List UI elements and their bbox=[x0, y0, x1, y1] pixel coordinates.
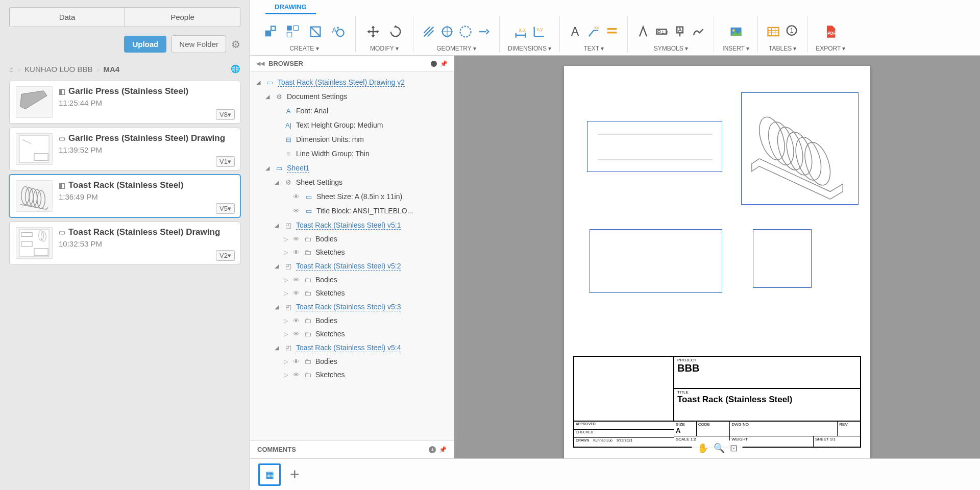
expand-icon[interactable]: ◢ bbox=[275, 263, 281, 270]
text-icon[interactable]: A bbox=[568, 22, 582, 41]
weld-icon[interactable] bbox=[691, 22, 705, 41]
expand-icon[interactable]: ◢ bbox=[275, 304, 281, 310]
drawing-view-4[interactable] bbox=[753, 229, 812, 288]
tree-sketches[interactable]: ▷ 👁🗀 Sketches bbox=[254, 327, 450, 340]
rotate-icon[interactable] bbox=[386, 22, 405, 41]
pin-icon[interactable]: 📌 bbox=[439, 446, 447, 453]
expand-icon[interactable]: ◢ bbox=[275, 345, 281, 351]
tab-data[interactable]: Data bbox=[9, 7, 125, 27]
expand-icon[interactable]: ◢ bbox=[256, 79, 262, 86]
globe-icon[interactable]: 🌐 bbox=[231, 64, 240, 74]
zoom-icon[interactable]: 🔍 bbox=[714, 443, 725, 454]
tree-bodies[interactable]: ▷ 👁🗀 Bodies bbox=[254, 314, 450, 327]
centermark-icon[interactable] bbox=[440, 22, 454, 41]
image-icon[interactable] bbox=[727, 22, 745, 41]
tab-people[interactable]: People bbox=[125, 7, 240, 27]
file-card[interactable]: ▭Toast Rack (Stainless Steel) Drawing 10… bbox=[9, 222, 240, 264]
drawing-view-iso[interactable] bbox=[741, 92, 859, 205]
comments-panel[interactable]: COMMENTS + 📌 bbox=[250, 440, 454, 458]
tree-bodies[interactable]: ▷ 👁🗀 Bodies bbox=[254, 273, 450, 286]
tree-sheetsize[interactable]: 👁▭ Sheet Size: A (8.5in x 11in) bbox=[254, 189, 450, 204]
drawing-view-3[interactable] bbox=[590, 229, 722, 293]
base-view-icon[interactable] bbox=[261, 22, 280, 41]
crumb-folder[interactable]: MA4 bbox=[103, 65, 119, 74]
sheet-thumbnail[interactable]: ▦ bbox=[258, 463, 281, 486]
expand-icon[interactable]: ◢ bbox=[265, 165, 272, 172]
section-view-icon[interactable] bbox=[306, 22, 325, 41]
drawing-view-1[interactable] bbox=[587, 121, 722, 172]
eye-icon[interactable]: 👁 bbox=[293, 317, 301, 325]
centerline-icon[interactable] bbox=[458, 22, 473, 41]
tree-sheet[interactable]: ◢ ▭ Sheet1 bbox=[254, 161, 450, 175]
pin-icon[interactable]: 📌 bbox=[440, 60, 448, 67]
tree-sketches[interactable]: ▷ 👁🗀 Sketches bbox=[254, 286, 450, 300]
version-badge[interactable]: V8▾ bbox=[216, 109, 235, 120]
expand-icon[interactable]: ◢ bbox=[275, 222, 281, 229]
detail-view-icon[interactable]: A bbox=[329, 22, 347, 41]
eye-icon[interactable]: 👁 bbox=[293, 193, 301, 201]
eye-icon[interactable]: 👁 bbox=[293, 358, 301, 365]
ribbon-tab-drawing[interactable]: DRAWING bbox=[265, 0, 316, 14]
tree-component[interactable]: ◢ ◰ Toast Rack (Stainless Steel) v5:1 bbox=[254, 218, 450, 232]
version-badge[interactable]: V1▾ bbox=[216, 156, 235, 167]
file-card[interactable]: ▭Garlic Press (Stainless Steel) Drawing … bbox=[9, 128, 240, 170]
projected-view-icon[interactable] bbox=[284, 22, 302, 41]
edge-extend-icon[interactable] bbox=[477, 22, 491, 41]
expand-icon[interactable]: ◢ bbox=[265, 93, 272, 100]
tree-sketches[interactable]: ▷ 👁🗀 Sketches bbox=[254, 246, 450, 259]
expand-icon[interactable]: ▷ bbox=[284, 236, 290, 242]
move-icon[interactable] bbox=[364, 22, 382, 41]
title-block[interactable]: PROJECT BBB TITLE Toast Rack (Stainless … bbox=[573, 356, 861, 448]
expand-icon[interactable]: ▷ bbox=[284, 358, 290, 365]
home-icon[interactable]: ⌂ bbox=[9, 65, 14, 74]
pdf-icon[interactable]: PDF bbox=[821, 22, 840, 41]
collapse-icon[interactable]: ◀◀ bbox=[256, 60, 264, 67]
eye-icon[interactable]: 👁 bbox=[293, 371, 301, 379]
gear-icon[interactable]: ⚙ bbox=[231, 38, 240, 51]
note-icon[interactable] bbox=[605, 22, 619, 41]
eye-icon[interactable]: 👁 bbox=[293, 235, 301, 243]
table-icon[interactable] bbox=[766, 22, 780, 41]
balloon-icon[interactable]: 1 bbox=[785, 22, 799, 41]
dimension-icon[interactable]: x.x bbox=[513, 22, 528, 41]
file-card[interactable]: ◧Toast Rack (Stainless Steel) 1:36:49 PM… bbox=[9, 175, 240, 217]
expand-icon[interactable]: ▷ bbox=[284, 317, 290, 324]
crumb-project[interactable]: KUNHAO LUO BBB bbox=[24, 65, 92, 74]
file-card[interactable]: ◧Garlic Press (Stainless Steel) 11:25:44… bbox=[9, 81, 240, 124]
expand-icon[interactable]: ◢ bbox=[275, 179, 281, 186]
eye-icon[interactable]: 👁 bbox=[293, 207, 301, 215]
upload-button[interactable]: Upload bbox=[124, 36, 166, 53]
tree-component[interactable]: ◢ ◰ Toast Rack (Stainless Steel) v5:4 bbox=[254, 340, 450, 355]
tree-linewidth[interactable]: ≡ Line Width Group: Thin bbox=[254, 146, 450, 161]
expand-icon[interactable]: ▷ bbox=[284, 277, 290, 283]
tree-textheight[interactable]: A| Text Height Group: Medium bbox=[254, 118, 450, 132]
eye-icon[interactable]: 👁 bbox=[293, 330, 301, 338]
add-sheet-button[interactable]: + bbox=[290, 465, 300, 484]
tree-font[interactable]: A Font: Arial bbox=[254, 104, 450, 118]
expand-icon[interactable]: ▷ bbox=[284, 331, 290, 337]
version-badge[interactable]: V2▾ bbox=[216, 250, 235, 261]
eye-icon[interactable]: 👁 bbox=[293, 249, 301, 256]
tree-bodies[interactable]: ▷ 👁🗀 Bodies bbox=[254, 355, 450, 368]
add-comment-icon[interactable]: + bbox=[429, 446, 436, 453]
options-icon[interactable] bbox=[431, 61, 437, 67]
surface-icon[interactable] bbox=[636, 22, 650, 41]
feature-control-icon[interactable]: 1.0 bbox=[654, 22, 669, 41]
hatch-icon[interactable] bbox=[422, 22, 436, 41]
expand-icon[interactable]: ▷ bbox=[284, 290, 290, 297]
tree-sheet-settings[interactable]: ◢ ⚙ Sheet Settings bbox=[254, 175, 450, 189]
tree-component[interactable]: ◢ ◰ Toast Rack (Stainless Steel) v5:2 bbox=[254, 259, 450, 273]
tree-doc-settings[interactable]: ◢ ⚙ Document Settings bbox=[254, 89, 450, 104]
tree-bodies[interactable]: ▷ 👁🗀 Bodies bbox=[254, 232, 450, 246]
tree-component[interactable]: ◢ ◰ Toast Rack (Stainless Steel) v5:3 bbox=[254, 300, 450, 314]
ordinate-icon[interactable]: x,y bbox=[532, 22, 546, 41]
drawing-canvas[interactable]: PROJECT BBB TITLE Toast Rack (Stainless … bbox=[454, 56, 980, 458]
eye-icon[interactable]: 👁 bbox=[293, 289, 301, 297]
drawing-sheet[interactable]: PROJECT BBB TITLE Toast Rack (Stainless … bbox=[564, 66, 870, 458]
expand-icon[interactable]: ▷ bbox=[284, 372, 290, 378]
eye-icon[interactable]: 👁 bbox=[293, 276, 301, 284]
leader-icon[interactable]: xx bbox=[586, 22, 601, 41]
tree-root[interactable]: ◢ ▭ Toast Rack (Stainless Steel) Drawing… bbox=[254, 75, 450, 89]
new-folder-button[interactable]: New Folder bbox=[172, 35, 226, 53]
tree-dimunits[interactable]: ⊟ Dimension Units: mm bbox=[254, 132, 450, 146]
